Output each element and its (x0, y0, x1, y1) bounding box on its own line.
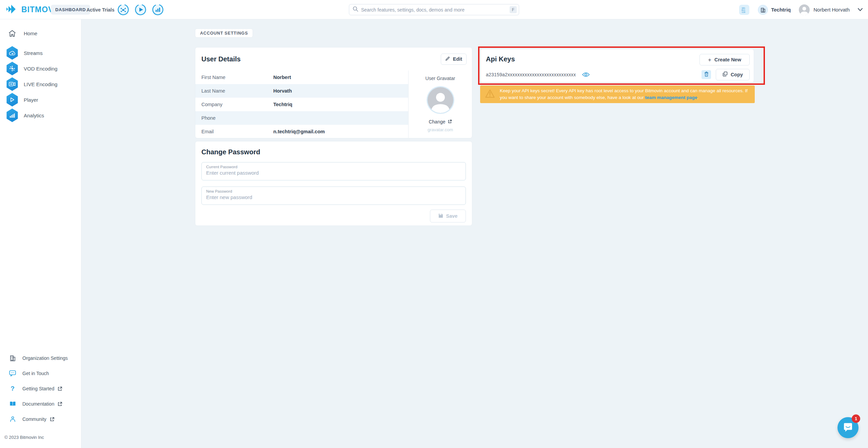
sidebar-item-organization-settings[interactable]: Organization Settings (0, 350, 81, 366)
create-new-button[interactable]: + Create New (699, 54, 750, 65)
sidebar-label: LIVE Encoding (24, 81, 57, 87)
streams-icon (6, 46, 18, 60)
dashboard-badge[interactable]: DASHBOARD (51, 5, 90, 15)
global-search[interactable]: F (349, 4, 519, 15)
row-value: n.techtriq@gmail.com (273, 129, 325, 134)
api-keys-card: Api Keys + Create New a23159a2xxxxxxxxxx… (480, 49, 754, 83)
save-button-label: Save (446, 213, 458, 219)
search-icon (353, 6, 358, 13)
organization-icon (758, 5, 768, 15)
copy-button-label: Copy (731, 72, 743, 77)
team-management-link[interactable]: team management page (645, 95, 697, 100)
sidebar-label: VOD Encoding (24, 66, 57, 72)
table-row: Email n.techtriq@gmail.com (195, 125, 408, 138)
row-label: Phone (195, 115, 273, 121)
sidebar-label: Getting Started (22, 386, 54, 391)
user-details-title: User Details (201, 55, 241, 63)
plus-icon: + (708, 57, 711, 63)
sidebar-item-documentation[interactable]: Documentation (0, 396, 81, 411)
book-icon (9, 401, 16, 406)
row-label: First Name (195, 75, 273, 80)
new-password-input[interactable] (206, 194, 461, 200)
sidebar-item-getting-started[interactable]: ? Getting Started (0, 381, 81, 396)
copy-key-button[interactable]: Copy (716, 69, 750, 80)
sidebar-label: Documentation (22, 401, 54, 407)
copy-icon (723, 72, 728, 78)
search-shortcut-badge: F (510, 6, 517, 13)
gravatar-title: User Gravatar (426, 76, 455, 81)
sidebar-item-home[interactable]: Home (0, 26, 81, 40)
gravatar-avatar[interactable] (428, 87, 453, 113)
sidebar-label: Analytics (24, 113, 44, 118)
current-password-label: Current Password (206, 165, 461, 169)
user-details-card: User Details Edit First Name Norbert Las… (195, 47, 472, 138)
analytics-icon (6, 109, 18, 122)
player-quick-icon[interactable] (135, 4, 146, 15)
breadcrumb: ACCOUNT SETTINGS (195, 28, 253, 38)
sidebar-item-streams[interactable]: Streams (0, 45, 81, 61)
warning-triangle-icon (485, 89, 495, 100)
sidebar-label: Player (24, 97, 38, 103)
delete-key-button[interactable] (702, 70, 711, 79)
search-input[interactable] (361, 7, 510, 13)
sidebar-label: Get in Touch (22, 371, 49, 376)
change-password-title: Change Password (201, 148, 466, 156)
save-icon (438, 213, 443, 219)
edit-button[interactable]: Edit (441, 54, 467, 65)
bitmovin-chevrons-icon (6, 4, 18, 16)
create-new-label: Create New (714, 57, 741, 62)
organization-name: Techtriq (771, 7, 791, 13)
gravatar-change-link[interactable]: Change (429, 119, 452, 124)
save-button[interactable]: Save (430, 210, 466, 222)
row-value: Norbert (273, 75, 291, 80)
top-header: BITMOVIN DASHBOARD Active Trials (0, 0, 868, 19)
sidebar-label: Organization Settings (22, 355, 68, 361)
vod-encoding-icon (6, 62, 18, 75)
pencil-icon (445, 56, 450, 62)
chat-icon (843, 423, 853, 433)
external-link-icon (58, 386, 62, 391)
sidebar-item-get-in-touch[interactable]: Get in Touch (0, 366, 81, 381)
api-keys-title: Api Keys (486, 55, 515, 63)
user-menu[interactable]: Norbert Horvath (799, 4, 863, 15)
sidebar-item-player[interactable]: Player (0, 92, 81, 108)
header-quick-icons (118, 0, 163, 19)
chevron-down-icon (858, 8, 863, 11)
warning-text-part1: Keep your API keys secret! Every API key… (500, 88, 748, 100)
new-password-label: New Password (206, 189, 461, 193)
external-link-icon (448, 119, 452, 124)
home-icon (6, 30, 18, 37)
api-id-icon[interactable]: 101 011 110 (739, 5, 749, 15)
new-password-field[interactable]: New Password (201, 187, 466, 205)
sidebar: Home Streams VOD Encoding (0, 19, 81, 448)
row-label: Email (195, 129, 273, 134)
live-encoding-icon (6, 77, 18, 91)
question-mark-icon: ? (9, 385, 16, 392)
api-key-value: a23159a2xxxxxxxxxxxxxxxxxxxxxxxxxxxx (486, 72, 576, 77)
sidebar-item-vod-encoding[interactable]: VOD Encoding (0, 61, 81, 76)
sidebar-item-analytics[interactable]: Analytics (0, 108, 81, 123)
row-value: Techtriq (273, 102, 292, 107)
organization-settings-icon (9, 355, 16, 361)
organization-switcher[interactable]: Techtriq (758, 5, 791, 15)
table-row: First Name Norbert (195, 71, 408, 84)
encoding-quick-icon[interactable] (118, 4, 129, 15)
sidebar-item-live-encoding[interactable]: LIVE Encoding (0, 76, 81, 92)
warning-text: Keep your API keys secret! Every API key… (500, 87, 748, 101)
active-trials-link[interactable]: Active Trials (86, 0, 115, 19)
user-details-table: First Name Norbert Last Name Horvath Com… (195, 71, 408, 138)
edit-button-label: Edit (453, 56, 462, 62)
current-password-input[interactable] (206, 170, 461, 176)
player-icon (6, 93, 18, 106)
gravatar-section: User Gravatar Change gravatar.com (408, 71, 472, 138)
sidebar-item-community[interactable]: Community (0, 411, 81, 427)
api-key-row: a23159a2xxxxxxxxxxxxxxxxxxxxxxxxxxxx (480, 69, 754, 80)
table-row: Company Techtriq (195, 98, 408, 111)
analytics-quick-icon[interactable] (152, 4, 163, 15)
person-icon (9, 416, 16, 422)
reveal-key-eye-icon[interactable] (582, 72, 590, 77)
change-password-card: Change Password Current Password New Pas… (195, 141, 472, 226)
current-password-field[interactable]: Current Password (201, 162, 466, 180)
chat-notification-badge[interactable]: 1 (852, 414, 860, 423)
user-name: Norbert Horvath (813, 7, 850, 13)
